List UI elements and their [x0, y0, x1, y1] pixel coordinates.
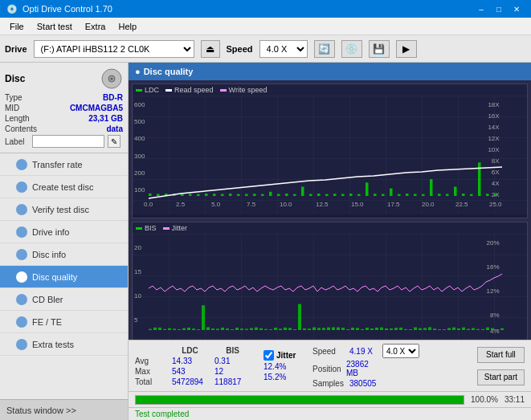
disc-label-input[interactable] — [32, 135, 104, 148]
menu-file[interactable]: File — [3, 20, 31, 33]
sidebar-item-disc-info[interactable]: Disc info — [0, 243, 128, 266]
svg-text:20.0: 20.0 — [422, 201, 435, 208]
minimize-button[interactable]: – — [473, 2, 489, 15]
svg-rect-126 — [298, 304, 301, 330]
svg-rect-143 — [380, 328, 383, 330]
start-part-button[interactable]: Start part — [477, 369, 525, 385]
action-button[interactable]: ▶ — [396, 40, 417, 58]
disc-button[interactable]: 💿 — [341, 40, 362, 58]
avg-ldc: 14.33 — [172, 357, 208, 365]
svg-rect-150 — [414, 328, 417, 330]
menu-extra[interactable]: Extra — [79, 20, 112, 33]
svg-rect-125 — [293, 329, 296, 330]
bis-header: BIS — [214, 346, 251, 355]
svg-rect-96 — [153, 328, 157, 330]
disc-contents-field: Contents data — [5, 124, 123, 133]
svg-text:10.0: 10.0 — [280, 201, 292, 208]
sidebar-item-transfer-rate[interactable]: Transfer rate — [0, 153, 128, 176]
svg-rect-41 — [237, 194, 240, 196]
disc-length-field: Length 23,31 GB — [5, 114, 123, 123]
verify-test-disc-icon — [16, 204, 27, 215]
sidebar-item-create-test-disc[interactable]: Create test disc — [0, 176, 128, 198]
jitter-color-dot — [163, 227, 170, 230]
disc-label-text: Label — [5, 137, 29, 146]
svg-text:12.5: 12.5 — [316, 201, 329, 208]
sidebar-item-fe-te[interactable]: FE / TE — [0, 311, 128, 333]
menu-start-test[interactable]: Start test — [31, 20, 79, 33]
max-jitter: 15.2% — [263, 373, 300, 381]
stats-max-row: Max 543 12 — [135, 367, 251, 376]
svg-text:14X: 14X — [488, 124, 500, 131]
disc-image-icon — [100, 67, 123, 90]
refresh-button[interactable]: 🔄 — [314, 40, 335, 58]
svg-rect-117 — [255, 328, 258, 330]
menu-help[interactable]: Help — [112, 20, 143, 33]
svg-text:2.5: 2.5 — [176, 339, 186, 340]
svg-rect-141 — [370, 328, 374, 330]
svg-rect-162 — [472, 328, 475, 330]
svg-text:20.0: 20.0 — [422, 339, 435, 340]
disc-quality-icon — [16, 271, 27, 283]
bis-color-dot — [136, 227, 142, 230]
svg-rect-59 — [382, 194, 385, 197]
jitter-col: Jitter 12.4% 15.2% — [263, 350, 300, 381]
svg-text:25.0: 25.0 — [489, 339, 502, 340]
start-full-button[interactable]: Start full — [477, 347, 525, 363]
disc-contents-label: Contents — [5, 124, 37, 133]
svg-rect-38 — [213, 194, 216, 196]
sidebar-item-verify-test-disc[interactable]: Verify test disc — [0, 198, 128, 221]
chart2-svg: 20 15 10 5 20% 16% 12% 8% 4% 0.0 2.5 5.0… — [133, 234, 527, 340]
sidebar-item-extra-tests[interactable]: Extra tests — [0, 333, 128, 356]
svg-rect-103 — [187, 328, 190, 330]
svg-text:25.0: 25.0 — [489, 201, 502, 208]
svg-rect-149 — [409, 329, 412, 330]
svg-rect-102 — [182, 328, 186, 330]
svg-rect-101 — [178, 329, 181, 330]
svg-text:15: 15 — [134, 268, 141, 275]
svg-rect-51 — [317, 194, 321, 196]
svg-text:12%: 12% — [487, 287, 500, 295]
svg-rect-137 — [351, 328, 354, 330]
svg-rect-153 — [428, 327, 431, 330]
progress-bar-area: 100.0% 33:11 — [129, 391, 531, 407]
speed-select[interactable]: 4.0 X — [259, 40, 308, 58]
disc-length-value: 23,31 GB — [88, 114, 123, 123]
svg-rect-131 — [322, 328, 325, 330]
disc-info-icon — [16, 249, 27, 260]
svg-rect-44 — [261, 194, 264, 196]
sidebar-item-drive-info[interactable]: Drive info — [0, 221, 128, 243]
svg-rect-60 — [390, 189, 393, 196]
svg-rect-110 — [221, 328, 224, 330]
svg-text:6X: 6X — [492, 169, 500, 176]
sidebar-item-disc-quality[interactable]: Disc quality — [0, 266, 128, 288]
svg-rect-158 — [452, 328, 455, 330]
drive-select[interactable]: (F:) ATAPI iHBS112 2 CL0K — [34, 40, 194, 58]
svg-rect-114 — [240, 328, 243, 330]
jitter-legend: Jitter — [163, 224, 188, 232]
sidebar: Disc Type BD-R MID CMCMAGBA5 Length — [0, 63, 129, 420]
sidebar-item-cd-bler[interactable]: CD Bler — [0, 288, 128, 311]
position-label: Position — [312, 365, 343, 373]
save-button[interactable]: 💾 — [369, 40, 390, 58]
svg-text:18X: 18X — [488, 101, 500, 108]
disc-label-save-button[interactable]: ✎ — [108, 135, 120, 148]
svg-rect-37 — [205, 194, 208, 196]
jitter-checkbox[interactable] — [263, 350, 274, 361]
transfer-rate-icon — [16, 159, 27, 170]
eject-button[interactable]: ⏏ — [201, 40, 220, 58]
svg-rect-73 — [494, 194, 497, 197]
svg-rect-136 — [346, 329, 349, 330]
samples-row: Samples 380505 — [312, 379, 419, 388]
status-window-button[interactable]: Status window >> — [0, 399, 128, 420]
svg-rect-138 — [356, 328, 359, 330]
speed-stat-select[interactable]: 4.0 X — [382, 344, 419, 358]
disc-mid-field: MID CMCMAGBA5 — [5, 104, 123, 112]
transfer-rate-label: Transfer rate — [32, 160, 83, 169]
close-button[interactable]: ✕ — [509, 2, 525, 15]
svg-text:8X: 8X — [492, 157, 500, 165]
disc-label-row: Label ✎ — [5, 135, 123, 148]
svg-rect-119 — [264, 329, 268, 330]
svg-rect-120 — [269, 329, 272, 330]
extra-tests-label: Extra tests — [32, 340, 74, 349]
maximize-button[interactable]: □ — [491, 2, 507, 15]
